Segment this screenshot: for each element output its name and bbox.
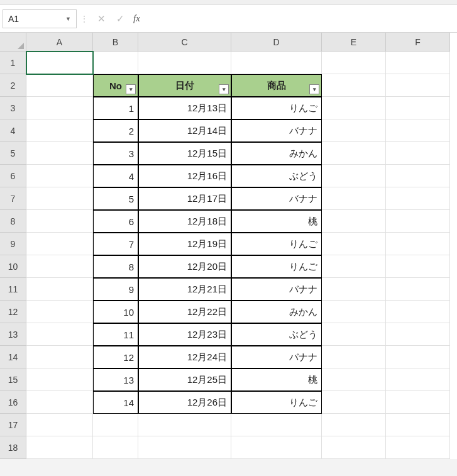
cell-E15[interactable]	[322, 368, 386, 391]
confirm-formula-button[interactable]: ✓	[111, 13, 129, 25]
cell-product[interactable]: りんご	[231, 255, 322, 278]
cell-F17[interactable]	[386, 414, 450, 436]
cell-E2[interactable]	[322, 74, 386, 97]
row-header-4[interactable]: 4	[0, 119, 26, 142]
table-header-date[interactable]: 日付▾	[138, 74, 231, 97]
cell-F5[interactable]	[386, 142, 450, 165]
cell-E12[interactable]	[322, 301, 386, 323]
cell-E17[interactable]	[322, 414, 386, 436]
row-header-18[interactable]: 18	[0, 436, 26, 459]
cell-date[interactable]: 12月23日	[138, 323, 231, 346]
row-header-17[interactable]: 17	[0, 414, 26, 436]
cell-no[interactable]: 10	[93, 301, 138, 323]
cell-A2[interactable]	[26, 74, 93, 97]
row-header-11[interactable]: 11	[0, 278, 26, 301]
row-header-16[interactable]: 16	[0, 391, 26, 414]
cell-no[interactable]: 7	[93, 233, 138, 255]
column-header-D[interactable]: D	[231, 33, 322, 52]
cell-no[interactable]: 13	[93, 368, 138, 391]
filter-dropdown-icon[interactable]: ▾	[219, 84, 229, 94]
column-header-C[interactable]: C	[138, 33, 231, 52]
cell-D17[interactable]	[231, 414, 322, 436]
cell-no[interactable]: 11	[93, 323, 138, 346]
cell-A7[interactable]	[26, 187, 93, 210]
cell-A18[interactable]	[26, 436, 93, 459]
cell-product[interactable]: 桃	[231, 368, 322, 391]
table-header-no[interactable]: No▾	[93, 74, 138, 97]
cell-E8[interactable]	[322, 210, 386, 233]
column-header-B[interactable]: B	[93, 33, 138, 52]
cell-D1[interactable]	[231, 52, 322, 74]
cell-E9[interactable]	[322, 233, 386, 255]
cell-product[interactable]: バナナ	[231, 187, 322, 210]
column-header-E[interactable]: E	[322, 33, 386, 52]
cell-product[interactable]: バナナ	[231, 346, 322, 368]
cell-no[interactable]: 14	[93, 391, 138, 414]
cell-date[interactable]: 12月16日	[138, 165, 231, 187]
cell-date[interactable]: 12月17日	[138, 187, 231, 210]
row-header-15[interactable]: 15	[0, 368, 26, 391]
cell-no[interactable]: 5	[93, 187, 138, 210]
cell-A9[interactable]	[26, 233, 93, 255]
cell-A8[interactable]	[26, 210, 93, 233]
cell-product[interactable]: ぶどう	[231, 165, 322, 187]
row-header-6[interactable]: 6	[0, 165, 26, 187]
row-header-8[interactable]: 8	[0, 210, 26, 233]
cell-A12[interactable]	[26, 301, 93, 323]
cell-grid[interactable]: No▾日付▾商品▾112月13日りんご212月14日バナナ312月15日みかん4…	[26, 52, 450, 459]
cell-B17[interactable]	[93, 414, 138, 436]
row-header-14[interactable]: 14	[0, 346, 26, 368]
cell-F1[interactable]	[386, 52, 450, 74]
cell-C1[interactable]	[138, 52, 231, 74]
cell-product[interactable]: 桃	[231, 210, 322, 233]
cell-date[interactable]: 12月19日	[138, 233, 231, 255]
row-header-5[interactable]: 5	[0, 142, 26, 165]
cell-product[interactable]: みかん	[231, 301, 322, 323]
cell-E14[interactable]	[322, 346, 386, 368]
cell-F16[interactable]	[386, 391, 450, 414]
cell-E4[interactable]	[322, 119, 386, 142]
table-header-product[interactable]: 商品▾	[231, 74, 322, 97]
cell-no[interactable]: 8	[93, 255, 138, 278]
cell-A11[interactable]	[26, 278, 93, 301]
cell-D18[interactable]	[231, 436, 322, 459]
cell-B18[interactable]	[93, 436, 138, 459]
cell-F9[interactable]	[386, 233, 450, 255]
cell-product[interactable]: みかん	[231, 142, 322, 165]
cell-date[interactable]: 12月22日	[138, 301, 231, 323]
cell-no[interactable]: 1	[93, 97, 138, 119]
cell-E6[interactable]	[322, 165, 386, 187]
cell-E3[interactable]	[322, 97, 386, 119]
cell-F8[interactable]	[386, 210, 450, 233]
cell-date[interactable]: 12月14日	[138, 119, 231, 142]
cell-F18[interactable]	[386, 436, 450, 459]
cell-E7[interactable]	[322, 187, 386, 210]
row-header-3[interactable]: 3	[0, 97, 26, 119]
cell-F12[interactable]	[386, 301, 450, 323]
cell-E16[interactable]	[322, 391, 386, 414]
column-header-F[interactable]: F	[386, 33, 450, 52]
cell-F14[interactable]	[386, 346, 450, 368]
cell-date[interactable]: 12月26日	[138, 391, 231, 414]
cell-no[interactable]: 6	[93, 210, 138, 233]
cell-A6[interactable]	[26, 165, 93, 187]
cell-E13[interactable]	[322, 323, 386, 346]
cell-F3[interactable]	[386, 97, 450, 119]
cell-date[interactable]: 12月13日	[138, 97, 231, 119]
cell-F13[interactable]	[386, 323, 450, 346]
cell-A14[interactable]	[26, 346, 93, 368]
chevron-down-icon[interactable]: ▼	[65, 16, 71, 22]
cell-E18[interactable]	[322, 436, 386, 459]
filter-dropdown-icon[interactable]: ▾	[309, 84, 319, 94]
cell-product[interactable]: ぶどう	[231, 323, 322, 346]
row-header-12[interactable]: 12	[0, 301, 26, 323]
filter-dropdown-icon[interactable]: ▾	[126, 84, 136, 94]
cell-A16[interactable]	[26, 391, 93, 414]
cell-E11[interactable]	[322, 278, 386, 301]
row-header-10[interactable]: 10	[0, 255, 26, 278]
cell-product[interactable]: バナナ	[231, 278, 322, 301]
cell-no[interactable]: 3	[93, 142, 138, 165]
cell-A13[interactable]	[26, 323, 93, 346]
cell-F7[interactable]	[386, 187, 450, 210]
cell-A3[interactable]	[26, 97, 93, 119]
